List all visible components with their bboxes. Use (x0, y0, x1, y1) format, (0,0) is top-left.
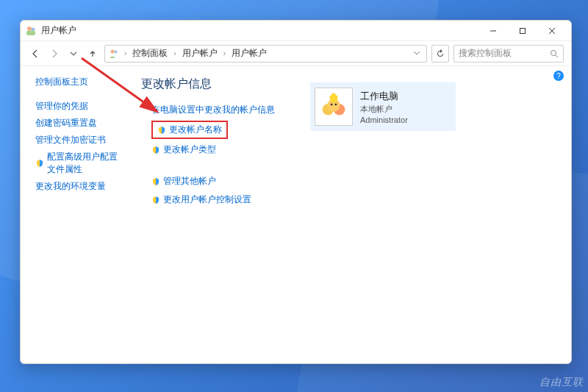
breadcrumb-item[interactable]: 控制面板 (131, 47, 169, 60)
svg-rect-2 (26, 31, 35, 35)
avatar (315, 88, 353, 126)
sidebar-item-profile-props[interactable]: 配置高级用户配置文件属性 (35, 149, 123, 178)
search-icon (550, 49, 559, 58)
control-panel-window: 用户帐户 › 控制面板 › 用户帐户 › 用户帐户 搜索 (20, 20, 572, 364)
close-button[interactable] (537, 23, 567, 39)
search-input[interactable]: 搜索控制面板 (453, 45, 564, 63)
maximize-button[interactable] (508, 23, 537, 39)
breadcrumb-item[interactable]: 用户帐户 (181, 47, 219, 60)
address-bar: › 控制面板 › 用户帐户 › 用户帐户 搜索控制面板 (21, 41, 571, 66)
account-card: 工作电脑 本地帐户 Administrator (310, 82, 456, 131)
svg-rect-4 (520, 28, 526, 33)
watermark: 自由互联 (539, 376, 584, 389)
svg-line-10 (556, 55, 558, 57)
users-icon (108, 48, 120, 60)
shield-icon (35, 159, 44, 168)
svg-point-7 (111, 49, 115, 53)
svg-point-9 (551, 50, 556, 55)
shield-icon (151, 177, 160, 186)
sidebar-item-home[interactable]: 控制面板主页 (35, 74, 123, 90)
minimize-button[interactable] (478, 23, 508, 39)
up-button[interactable] (85, 46, 100, 61)
chevron-right-icon: › (222, 49, 227, 57)
window-title: 用户帐户 (41, 24, 478, 37)
breadcrumb-item[interactable]: 用户帐户 (230, 47, 268, 60)
svg-point-15 (331, 104, 333, 106)
search-placeholder: 搜索控制面板 (459, 47, 547, 60)
window-controls (478, 23, 567, 39)
main-panel: 更改帐户信息 在电脑设置中更改我的帐户信息 更改帐户名称 更改帐户类型 (123, 66, 571, 363)
account-name: 工作电脑 (360, 90, 408, 103)
chevron-right-icon: › (172, 49, 177, 57)
shield-icon (157, 126, 166, 135)
sidebar-item-password-reset[interactable]: 创建密码重置盘 (35, 115, 123, 132)
account-type: 本地帐户 (360, 104, 408, 115)
task-change-account-type[interactable]: 更改帐户类型 (151, 140, 571, 159)
task-manage-other[interactable]: 管理其他帐户 (151, 172, 571, 190)
forward-button[interactable] (47, 46, 62, 61)
sidebar: 控制面板主页 管理你的凭据 创建密码重置盘 管理文件加密证书 配置高级用户配置文… (21, 66, 123, 363)
titlebar: 用户帐户 (21, 21, 571, 41)
chevron-down-icon[interactable] (410, 49, 423, 59)
sidebar-item-encryption[interactable]: 管理文件加密证书 (35, 132, 123, 149)
sidebar-item-credentials[interactable]: 管理你的凭据 (35, 98, 123, 115)
breadcrumb-box[interactable]: › 控制面板 › 用户帐户 › 用户帐户 (104, 45, 427, 63)
svg-point-16 (334, 104, 337, 106)
task-uac-settings[interactable]: 更改用户帐户控制设置 (151, 190, 571, 209)
svg-point-8 (115, 50, 118, 53)
shield-icon (151, 146, 160, 154)
back-button[interactable] (28, 46, 43, 61)
task-change-account-name[interactable]: 更改帐户名称 (151, 121, 228, 139)
shield-icon (151, 196, 160, 204)
content-area: ? 控制面板主页 管理你的凭据 创建密码重置盘 管理文件加密证书 配置高级用户配… (21, 66, 571, 363)
account-role: Administrator (360, 115, 408, 124)
sidebar-item-env-vars[interactable]: 更改我的环境变量 (35, 178, 123, 195)
svg-point-0 (27, 26, 32, 31)
window-icon (25, 25, 37, 37)
chevron-right-icon: › (123, 49, 128, 57)
svg-point-1 (32, 27, 35, 31)
refresh-button[interactable] (431, 45, 449, 63)
recent-dropdown[interactable] (66, 46, 81, 61)
account-info: 工作电脑 本地帐户 Administrator (360, 90, 408, 124)
